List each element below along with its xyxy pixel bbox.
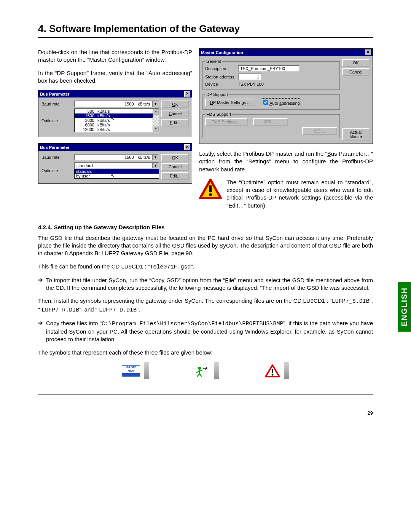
svg-point-3 (198, 367, 201, 370)
svg-point-2 (209, 193, 212, 196)
body-para: This file can be found on the CD LU9CD1 … (38, 263, 373, 271)
bus-parameter-window-1: Bus Parameter✕ Baud rate kBits/s▼ Optimi… (38, 90, 192, 137)
edit-button[interactable]: Edit... (161, 119, 189, 126)
page-title: 4. Software Implementation of the Gatewa… (38, 23, 373, 35)
baud-rate-label: Baud rate (41, 155, 74, 160)
optimize-combo[interactable]: ▼ (74, 162, 159, 169)
fms-settings-button: FMS Settings ... (205, 118, 248, 126)
window-title: Bus Parameter (40, 145, 70, 150)
ok-button[interactable]: OK (161, 154, 189, 161)
chevron-down-icon[interactable]: ▼ (152, 155, 158, 160)
dp-master-settings-button[interactable]: DP Master Settings ... (205, 99, 255, 106)
baud-rate-list[interactable]: 500kBits/s 1500kBits/s 3000kBits/s 6000k… (74, 109, 159, 132)
general-group: General Description Station address Devi… (202, 59, 340, 90)
ok-button[interactable]: OK (161, 101, 189, 108)
chevron-down-icon[interactable]: ▼ (152, 163, 158, 168)
optimize-label: Optimize (41, 168, 74, 173)
cancel-button[interactable]: Cancel (161, 163, 189, 171)
cancel-button[interactable]: Cancel (161, 110, 189, 117)
close-icon[interactable]: ✕ (184, 91, 190, 97)
baud-rate-label: Baud rate (41, 102, 74, 106)
station-address-input[interactable] (238, 73, 261, 80)
baud-rate-value[interactable] (75, 101, 135, 107)
bullet-item: ➔To import that file under SyCon, run th… (38, 276, 373, 292)
optimize-value[interactable] (75, 163, 152, 168)
body-para: Then, install the symbols representing t… (38, 297, 373, 314)
body-para: The GSD file that describes the gateway … (38, 234, 373, 257)
list-item[interactable]: 12000 (76, 127, 97, 132)
warning-icon (199, 179, 222, 199)
close-icon[interactable]: ✕ (184, 144, 190, 150)
window-title: Master Configuration (201, 50, 243, 55)
bus-parameter-window-2: Bus Parameter✕ Baud rate kBits/s▼ Optimi… (38, 143, 192, 184)
list-item[interactable]: 6000 (76, 123, 97, 127)
list-item[interactable]: by user (75, 174, 159, 178)
crl-button: CRL ... (253, 118, 288, 126)
baud-rate-combo[interactable]: kBits/s▼ (74, 101, 159, 107)
title-rule (38, 37, 373, 38)
symbol-r (195, 363, 219, 379)
list-item[interactable]: 1500 (76, 113, 97, 118)
svg-point-6 (272, 374, 274, 375)
baud-unit: kBits/s (135, 101, 152, 107)
description-label: Description (205, 66, 238, 71)
arrow-icon: ➔ (38, 276, 43, 292)
scrollbar[interactable]: ▲▼ (153, 109, 159, 132)
edit-button[interactable]: Edit... (161, 172, 189, 180)
ok-button[interactable]: OK (342, 59, 370, 67)
page-number: 29 (38, 410, 373, 416)
arrow-icon: ➔ (38, 320, 43, 343)
svg-rect-1 (209, 185, 212, 192)
od-button: OD ... (302, 127, 337, 135)
device-value: TSX PBY 100 (238, 82, 264, 86)
actual-master-button[interactable]: Actual Master (342, 128, 370, 141)
footer-rule (38, 395, 373, 395)
symbol-d (265, 363, 289, 379)
description-input[interactable] (238, 65, 299, 72)
bullet-item: ➔Copy these files into “C:\Program Files… (38, 320, 373, 343)
baud-rate-value[interactable] (75, 155, 135, 160)
auto-addressing-checkbox[interactable]: Auto addressing (261, 98, 301, 106)
language-tab: ENGLISH (398, 282, 411, 332)
list-item[interactable]: standard (75, 169, 159, 174)
station-address-label: Station address (205, 75, 238, 79)
symbol-s: PROFIBUS (122, 363, 149, 379)
list-item[interactable]: 500 (76, 109, 97, 113)
svg-rect-5 (272, 369, 273, 373)
dp-support-group: DP Support DP Master Settings ... Auto a… (202, 92, 340, 110)
fms-support-group: FMS Support FMS Settings ...CRL ... OD .… (202, 112, 340, 138)
device-label: Device (205, 82, 238, 86)
section-heading: 4.2.4. Setting up the Gateway Descriptio… (38, 224, 373, 230)
right-para-1: Lastly, select the Profibus-DP master an… (199, 150, 373, 173)
warning-text: The “Optimize” option must remain equal … (226, 179, 373, 209)
list-item[interactable]: 3000 (76, 118, 97, 123)
master-configuration-window: Master Configuration✕ General Descriptio… (199, 48, 373, 144)
body-para: The symbols that represent each of these… (38, 349, 373, 356)
baud-rate-combo[interactable]: kBits/s▼ (74, 154, 159, 161)
window-title: Bus Parameter (40, 92, 70, 96)
close-icon[interactable]: ✕ (365, 50, 371, 55)
optimize-list[interactable]: standard by user (74, 169, 159, 179)
optimize-label: Optimize (41, 118, 74, 123)
symbol-icons-row: PROFIBUS (38, 363, 373, 379)
intro-para-1: Double-click on the line that correspond… (38, 48, 192, 64)
cancel-button[interactable]: Cancel (342, 68, 370, 76)
intro-para-2: In the “DP Support” frame, verify that t… (38, 69, 192, 85)
chevron-down-icon[interactable]: ▼ (152, 101, 158, 107)
